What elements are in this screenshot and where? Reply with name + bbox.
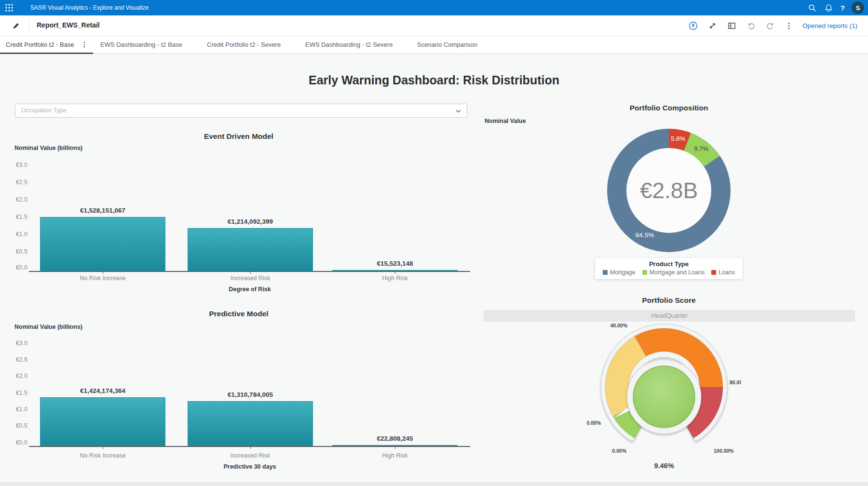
x-axis-line [29, 271, 470, 272]
bar-no-risk-increase[interactable] [40, 217, 165, 271]
x-category-label: High Risk [332, 452, 458, 459]
x-tick-mark [103, 272, 103, 274]
y-tick-label: €0.0 [0, 439, 27, 446]
legend-swatch [603, 270, 608, 275]
bar-high-risk[interactable] [332, 445, 458, 446]
gauge-title: Portfolio Score [572, 296, 765, 305]
y-axis-label: Nominal Value (billions) [14, 324, 82, 330]
y-tick-label: €1.5 [0, 214, 27, 220]
bar-value-label: €1,214,092,399 [188, 218, 313, 225]
map-pin-icon[interactable] [689, 21, 698, 31]
tab-credit-portfolio-t2-severe[interactable]: Credit Portfolio t2 - Severe [207, 36, 281, 54]
gauge-value: 9.46% [621, 462, 707, 470]
opened-reports-link[interactable]: Opened reports (1) [802, 22, 857, 29]
tab-scenario-comparison[interactable]: Scenario Comparison [417, 36, 477, 54]
legend-swatch [711, 270, 716, 275]
x-category-label: Increased Risk [188, 275, 313, 282]
bar-value-label: €1,528,151,067 [40, 207, 165, 214]
redo-icon[interactable] [766, 21, 775, 31]
app-bar: SAS® Visual Analytics - Explore and Visu… [0, 0, 868, 15]
bar-increased-risk[interactable] [188, 401, 313, 446]
y-tick-label: €3.0 [0, 162, 27, 168]
predictive-model-chart: Predictive Model Nominal Value (billions… [0, 308, 477, 476]
donut-center-value: €2.8B [621, 177, 717, 203]
bar-value-label: €1,424,174,364 [40, 387, 165, 394]
page-title: Early Warning Dashboard: Risk Distributi… [0, 73, 868, 87]
donut-legend: Product Type MortgageMortgage and LoansL… [595, 258, 743, 279]
help-icon[interactable]: ? [841, 4, 845, 12]
search-icon[interactable] [808, 3, 817, 13]
tab-ews-dashboarding-t2-severe[interactable]: EWS Dashboarding - t2 Severe [305, 36, 393, 54]
y-axis-label: Nominal Value (billions) [14, 145, 82, 151]
x-axis-line [29, 446, 470, 447]
gauge-inner-disc [633, 366, 695, 428]
app-switcher-icon[interactable] [5, 3, 14, 12]
gauge-tick-label-10: 10.00% [587, 420, 601, 426]
chart-title: Predictive Model [0, 310, 477, 318]
x-category-label: Increased Risk [188, 452, 313, 459]
x-category-label: High Risk [332, 275, 458, 282]
report-toolbar: Report_EWS_Retail ⋮ Opened reports (1) [0, 15, 868, 36]
legend-title: Product Type [599, 260, 739, 268]
legend-item-loans: Loans [711, 269, 735, 276]
slice-label-loans: 5.8% [666, 135, 690, 142]
donut-title: Portfolio Composition [572, 104, 765, 112]
x-tick-mark [395, 447, 395, 449]
tab-credit-portfolio-t2-base[interactable]: Credit Portfolio t2 - Base [6, 36, 74, 54]
panel-toggle-icon[interactable] [727, 21, 737, 31]
bar-value-label: €1,310,784,005 [188, 391, 313, 398]
legend-item-mortgage: Mortgage [603, 269, 636, 276]
x-tick-mark [250, 447, 251, 449]
portfolio-score-gauge: 0.00%10.00%40.00%80.00%100.00% [587, 310, 741, 464]
notifications-bell-icon[interactable] [824, 3, 834, 13]
more-options-kebab-icon[interactable]: ⋮ [785, 22, 793, 30]
x-axis-label: Predictive 30 days [14, 463, 485, 470]
report-title: Report_EWS_Retail [37, 21, 100, 29]
gauge-tick-label-40: 40.00% [610, 323, 627, 328]
y-tick-label: €0.5 [0, 248, 27, 255]
chevron-down-icon [456, 109, 461, 113]
bar-value-label: €15,523,148 [332, 260, 458, 267]
avatar[interactable]: S [852, 1, 864, 14]
slice-label-mortgage-and-loans: 9.7% [689, 145, 713, 152]
bar-value-label: €22,808,245 [332, 435, 458, 442]
event-driven-model-chart: Event Driven Model Nominal Value (billio… [0, 130, 477, 299]
app-title: SAS® Visual Analytics - Explore and Visu… [30, 0, 149, 15]
occupation-type-dropdown[interactable]: Occupation Type [15, 104, 467, 118]
y-tick-label: €2.0 [0, 373, 27, 379]
donut-measure-label: Nominal Value [485, 118, 526, 124]
bar-no-risk-increase[interactable] [40, 397, 165, 446]
y-tick-label: €0.5 [0, 422, 27, 429]
x-category-label: No Risk Increase [40, 452, 165, 459]
toolbar-divider [29, 19, 29, 32]
y-tick-label: €1.0 [0, 406, 27, 413]
slice-label-mortgage: 84.5% [628, 231, 662, 239]
gauge-tick-label-80: 80.00% [730, 379, 741, 385]
legend-swatch [642, 270, 647, 275]
y-tick-label: €0.0 [0, 264, 27, 271]
x-tick-mark [103, 447, 103, 449]
dropdown-placeholder: Occupation Type [21, 107, 67, 114]
y-tick-label: €2.5 [0, 356, 27, 363]
x-tick-mark [250, 272, 251, 274]
edit-pencil-icon[interactable] [12, 22, 20, 30]
x-axis-label: Degree of Risk [14, 286, 485, 293]
report-tab-bar: Credit Portfolio t2 - Base ⋮ EWS Dashboa… [0, 36, 868, 54]
undo-icon[interactable] [746, 21, 756, 31]
expand-fullscreen-icon[interactable] [708, 21, 718, 31]
tab-ews-dashboarding-t2-base[interactable]: EWS Dashboarding - t2 Base [100, 36, 182, 54]
active-tab-underline [0, 53, 93, 54]
bottom-edge-strip [0, 483, 868, 486]
y-tick-label: €1.0 [0, 231, 27, 238]
bar-high-risk[interactable] [332, 270, 458, 271]
y-tick-label: €1.5 [0, 390, 27, 396]
y-tick-label: €2.5 [0, 179, 27, 186]
y-tick-label: €2.0 [0, 196, 27, 203]
x-tick-mark [395, 272, 395, 274]
bar-increased-risk[interactable] [188, 228, 313, 271]
legend-item-mortgage-and-loans: Mortgage and Loans [642, 269, 705, 276]
x-category-label: No Risk Increase [40, 275, 165, 282]
tab-kebab-icon[interactable]: ⋮ [81, 41, 88, 48]
chart-title: Event Driven Model [0, 132, 477, 141]
y-tick-label: €3.0 [0, 340, 27, 347]
